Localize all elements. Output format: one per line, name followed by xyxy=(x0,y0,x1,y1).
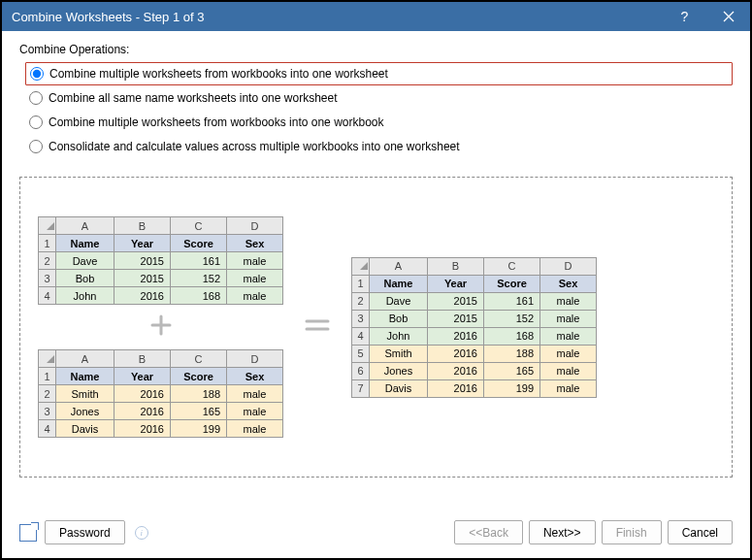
dialog-content: Combine Operations: Combine multiple wor… xyxy=(2,31,750,511)
radio-0[interactable] xyxy=(30,67,44,81)
next-button[interactable]: Next>> xyxy=(529,520,596,544)
left-tables-stack: A B C D 1 Name Year Score Sex 2Dave20151… xyxy=(38,216,283,438)
radio-2-label: Combine multiple worksheets from workboo… xyxy=(49,115,384,129)
close-icon xyxy=(723,11,735,22)
equals-icon xyxy=(303,315,332,339)
option-consolidate-calculate[interactable]: Consolidate and calculate values across … xyxy=(25,135,733,158)
result-table: A B C D 1 Name Year Score Sex 2Dave20151… xyxy=(351,257,597,398)
window-title: Combine Worksheets - Step 1 of 3 xyxy=(12,10,663,24)
close-button[interactable] xyxy=(706,2,750,31)
plus-icon xyxy=(148,313,174,342)
back-button[interactable]: <<Back xyxy=(454,520,523,544)
section-label: Combine Operations: xyxy=(19,43,733,56)
radio-2[interactable] xyxy=(29,115,43,129)
titlebar: Combine Worksheets - Step 1 of 3 ? xyxy=(2,2,750,31)
radio-1[interactable] xyxy=(29,91,43,105)
help-button[interactable]: ? xyxy=(663,2,706,31)
option-into-one-workbook[interactable]: Combine multiple worksheets from workboo… xyxy=(25,111,733,134)
finish-button[interactable]: Finish xyxy=(602,520,662,544)
radio-3-label: Consolidate and calculate values across … xyxy=(49,140,460,153)
preview-illustration: A B C D 1 Name Year Score Sex 2Dave20151… xyxy=(19,177,733,478)
radio-3[interactable] xyxy=(29,140,43,153)
source-table-2: A B C D 1 Name Year Score Sex 2Smith2016… xyxy=(38,349,283,438)
combine-options-group: Combine multiple worksheets from workboo… xyxy=(25,62,733,159)
cancel-button[interactable]: Cancel xyxy=(668,520,733,544)
radio-0-label: Combine multiple worksheets from workboo… xyxy=(49,67,388,81)
info-icon[interactable]: i xyxy=(135,526,148,540)
option-combine-into-one-worksheet[interactable]: Combine multiple worksheets from workboo… xyxy=(25,62,733,85)
radio-1-label: Combine all same name worksheets into on… xyxy=(49,91,337,105)
open-external-icon[interactable] xyxy=(19,524,37,542)
option-same-name-worksheets[interactable]: Combine all same name worksheets into on… xyxy=(25,86,733,110)
bottom-bar: Password i <<Back Next>> Finish Cancel xyxy=(2,511,750,558)
source-table-1: A B C D 1 Name Year Score Sex 2Dave20151… xyxy=(38,216,283,305)
password-button[interactable]: Password xyxy=(45,520,125,544)
